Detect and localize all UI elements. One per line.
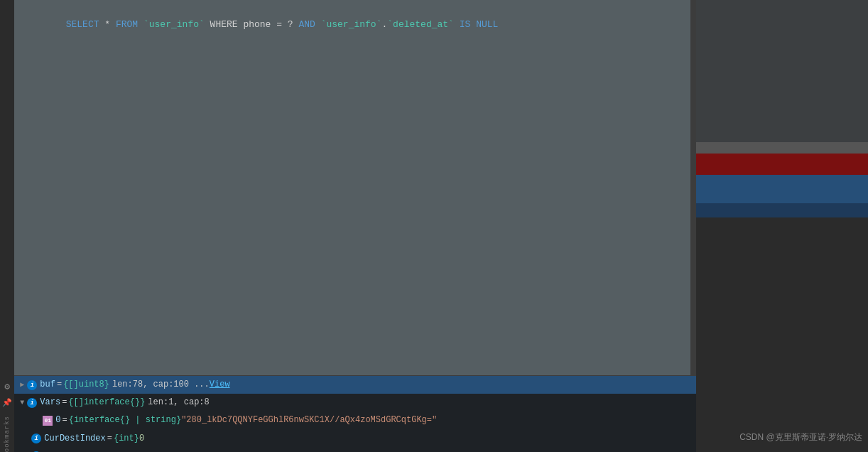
right-top-area — [696, 0, 868, 142]
bookmarks-label: Bookmarks — [4, 416, 11, 452]
debug-row-curdestindex[interactable]: i CurDestIndex = {int} 0 — [14, 430, 696, 448]
info-icon-vars: i — [27, 398, 37, 408]
debug-row-attrs[interactable]: i attrs = {[]interface{}} nil — [14, 448, 696, 452]
var-name-vars-0: 0 — [55, 414, 60, 427]
code-editor[interactable]: SELECT * FROM `user_info` WHERE phone = … — [14, 0, 696, 375]
info-icon-curdestindex: i — [31, 434, 41, 443]
editor-debug-panel: SELECT * FROM `user_info` WHERE phone = … — [14, 0, 696, 452]
var-name-buf: buf — [40, 378, 55, 392]
var-val-curdestindex: 0 — [139, 432, 144, 446]
expand-arrow-curdestindex — [20, 433, 28, 444]
var-type-buf: {[]uint8} — [63, 378, 109, 392]
main-container: ⚙ 📌 Bookmarks SELECT * FROM `user_info` … — [0, 0, 868, 452]
info-icon-buf: i — [27, 380, 37, 390]
right-scrollbar-strip[interactable] — [696, 142, 868, 154]
var-val-vars-0: "280_lkDc7QQNYFeGGhlR6nwSKC1X//aQx4zoMSd… — [181, 414, 437, 427]
right-fill — [696, 225, 868, 452]
sq-icon-vars-0: 01 — [43, 416, 53, 426]
var-name-curdestindex: CurDestIndex — [44, 432, 105, 446]
debug-panel: ▶ i buf = {[]uint8} len:78, cap:100 ... … — [14, 375, 696, 452]
view-link-buf[interactable]: View — [210, 378, 230, 392]
expand-arrow-vars[interactable]: ▼ — [20, 397, 24, 409]
code-scrollbar[interactable] — [690, 0, 696, 375]
var-type-vars-0: {interface{} | string} — [69, 414, 181, 427]
left-sidebar: ⚙ 📌 Bookmarks — [0, 0, 14, 452]
right-blue-bar — [696, 175, 868, 203]
watermark: CSDN @克里斯蒂亚诺·罗纳尔达 — [739, 431, 862, 443]
right-dark-red-bar — [696, 154, 868, 175]
var-type-curdestindex: {int} — [114, 432, 139, 446]
debug-row-buf[interactable]: ▶ i buf = {[]uint8} len:78, cap:100 ... … — [14, 376, 696, 394]
expand-arrow-buf[interactable]: ▶ — [20, 380, 24, 391]
var-extra-buf: len:78, cap:100 ... — [112, 378, 210, 392]
gear-icon[interactable]: ⚙ — [4, 381, 10, 392]
var-extra-vars: len:1, cap:8 — [148, 396, 209, 409]
right-gap — [696, 217, 868, 225]
right-blue-bar-2 — [696, 203, 868, 217]
var-name-vars: Vars — [40, 396, 60, 409]
pin-icon[interactable]: 📌 — [2, 398, 12, 407]
var-type-vars: {[]interface{}} — [68, 396, 145, 409]
code-line-1: SELECT * FROM `user_info` WHERE phone = … — [14, 0, 696, 50]
right-panel — [696, 0, 868, 452]
debug-row-vars-0[interactable]: 01 0 = {interface{} | string} "280_lkDc7… — [14, 411, 696, 429]
debug-row-vars[interactable]: ▼ i Vars = {[]interface{}} len:1, cap:8 — [14, 394, 696, 411]
